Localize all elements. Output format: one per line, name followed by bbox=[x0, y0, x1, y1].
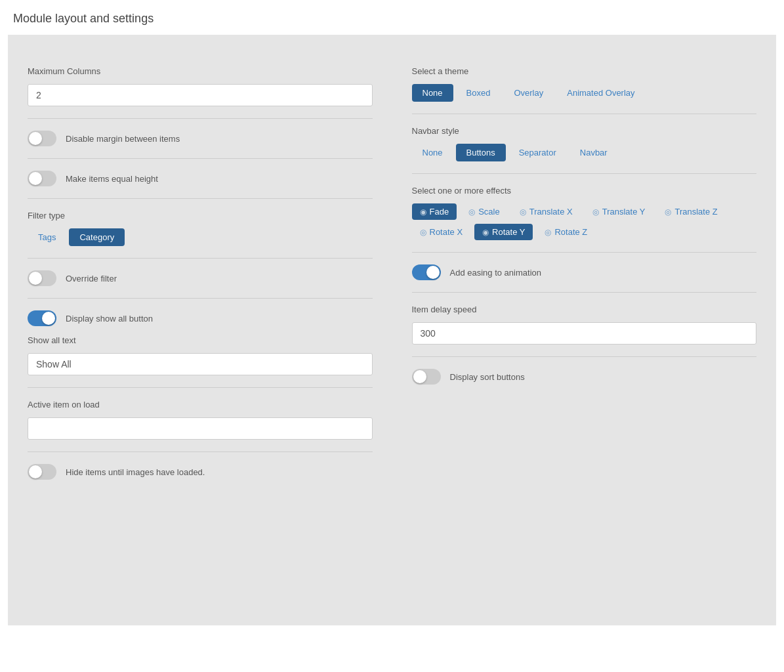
display-show-all-track bbox=[28, 310, 56, 326]
translate-x-eye-icon: ◎ bbox=[520, 207, 526, 217]
easing-section: Add easing to animation bbox=[412, 253, 757, 293]
easing-track bbox=[412, 264, 441, 280]
rotate-x-eye-icon: ◎ bbox=[420, 228, 426, 237]
theme-animated-button[interactable]: Animated Overlay bbox=[556, 84, 645, 102]
disable-margin-label: Disable margin between items bbox=[66, 134, 180, 144]
active-item-section: Active item on load bbox=[28, 388, 373, 452]
effect-translate-x-button[interactable]: ◎ Translate X bbox=[512, 203, 581, 220]
fade-label: Fade bbox=[430, 207, 449, 217]
equal-height-label: Make items equal height bbox=[66, 174, 158, 184]
effect-translate-y-button[interactable]: ◎ Translate Y bbox=[585, 203, 653, 220]
translate-z-label: Translate Z bbox=[674, 207, 717, 217]
rotate-x-label: Rotate X bbox=[430, 227, 463, 237]
hide-items-toggle[interactable] bbox=[28, 464, 56, 480]
override-filter-label: Override filter bbox=[66, 274, 117, 284]
item-delay-input[interactable] bbox=[412, 322, 757, 345]
effects-label: Select one or more effects bbox=[412, 186, 757, 196]
max-columns-section: Maximum Columns bbox=[28, 54, 373, 119]
display-show-all-label: Display show all button bbox=[66, 314, 153, 324]
fade-eye-icon: ◉ bbox=[420, 207, 426, 217]
navbar-none-button[interactable]: None bbox=[412, 144, 453, 161]
display-show-all-section: Display show all button Show all text bbox=[28, 299, 373, 388]
disable-margin-track bbox=[28, 131, 56, 146]
rotate-y-label: Rotate Y bbox=[492, 227, 525, 237]
translate-y-eye-icon: ◎ bbox=[592, 207, 599, 217]
navbar-style-section: Navbar style None Buttons Separator Navb… bbox=[412, 114, 757, 174]
equal-height-track bbox=[28, 171, 56, 186]
theme-none-button[interactable]: None bbox=[412, 84, 453, 102]
display-sort-label: Display sort buttons bbox=[450, 372, 525, 382]
effect-scale-button[interactable]: ◎ Scale bbox=[461, 203, 508, 220]
filter-tags-button[interactable]: Tags bbox=[28, 228, 66, 246]
translate-x-label: Translate X bbox=[529, 207, 573, 217]
effect-rotate-x-button[interactable]: ◎ Rotate X bbox=[412, 224, 471, 240]
easing-toggle[interactable] bbox=[412, 264, 441, 280]
override-filter-toggle[interactable] bbox=[28, 270, 56, 286]
hide-items-label: Hide items until images have loaded. bbox=[66, 467, 205, 477]
rotate-z-label: Rotate Z bbox=[554, 227, 587, 237]
scale-label: Scale bbox=[478, 207, 500, 217]
navbar-buttons-button[interactable]: Buttons bbox=[456, 144, 506, 161]
navbar-style-label: Navbar style bbox=[412, 126, 757, 136]
hide-items-section: Hide items until images have loaded. bbox=[28, 452, 373, 492]
effect-fade-button[interactable]: ◉ Fade bbox=[412, 203, 457, 220]
equal-height-toggle[interactable] bbox=[28, 171, 56, 186]
filter-type-label: Filter type bbox=[28, 211, 373, 220]
filter-category-button[interactable]: Category bbox=[69, 228, 125, 246]
theme-group: None Boxed Overlay Animated Overlay bbox=[412, 84, 757, 102]
effects-group: ◉ Fade ◎ Scale ◎ Translate X bbox=[412, 203, 757, 240]
max-columns-label: Maximum Columns bbox=[28, 66, 373, 76]
navbar-navbar-button[interactable]: Navbar bbox=[569, 144, 618, 161]
show-all-text-input[interactable] bbox=[28, 353, 373, 375]
rotate-z-eye-icon: ◎ bbox=[545, 228, 551, 237]
override-filter-section: Override filter bbox=[28, 259, 373, 299]
effect-rotate-y-button[interactable]: ◉ Rotate Y bbox=[474, 224, 533, 240]
display-sort-track bbox=[412, 369, 441, 385]
rotate-y-eye-icon: ◉ bbox=[482, 228, 489, 237]
item-delay-section: Item delay speed bbox=[412, 293, 757, 357]
disable-margin-section: Disable margin between items bbox=[28, 119, 373, 159]
disable-margin-toggle[interactable] bbox=[28, 131, 56, 146]
active-item-label: Active item on load bbox=[28, 400, 373, 410]
select-theme-label: Select a theme bbox=[412, 66, 757, 76]
select-theme-section: Select a theme None Boxed Overlay Animat… bbox=[412, 54, 757, 114]
override-filter-track bbox=[28, 270, 56, 286]
theme-overlay-button[interactable]: Overlay bbox=[503, 84, 554, 102]
navbar-separator-button[interactable]: Separator bbox=[508, 144, 567, 161]
hide-items-track bbox=[28, 464, 56, 480]
display-sort-toggle[interactable] bbox=[412, 369, 441, 385]
scale-eye-icon: ◎ bbox=[468, 207, 475, 217]
easing-label: Add easing to animation bbox=[450, 268, 541, 278]
effect-rotate-z-button[interactable]: ◎ Rotate Z bbox=[537, 224, 595, 240]
translate-z-eye-icon: ◎ bbox=[665, 207, 671, 217]
equal-height-section: Make items equal height bbox=[28, 159, 373, 199]
filter-type-group: Tags Category bbox=[28, 228, 373, 246]
show-all-text-label: Show all text bbox=[28, 335, 373, 345]
navbar-group: None Buttons Separator Navbar bbox=[412, 144, 757, 161]
filter-type-section: Filter type Tags Category bbox=[28, 199, 373, 259]
theme-boxed-button[interactable]: Boxed bbox=[456, 84, 501, 102]
display-sort-section: Display sort buttons bbox=[412, 357, 757, 396]
active-item-input[interactable] bbox=[28, 417, 373, 440]
effects-section: Select one or more effects ◉ Fade ◎ Scal… bbox=[412, 174, 757, 253]
display-show-all-toggle[interactable] bbox=[28, 310, 56, 326]
translate-y-label: Translate Y bbox=[602, 207, 646, 217]
item-delay-label: Item delay speed bbox=[412, 304, 757, 314]
page-title: Module layout and settings bbox=[0, 0, 784, 35]
effect-translate-z-button[interactable]: ◎ Translate Z bbox=[657, 203, 725, 220]
max-columns-input[interactable] bbox=[28, 84, 373, 106]
